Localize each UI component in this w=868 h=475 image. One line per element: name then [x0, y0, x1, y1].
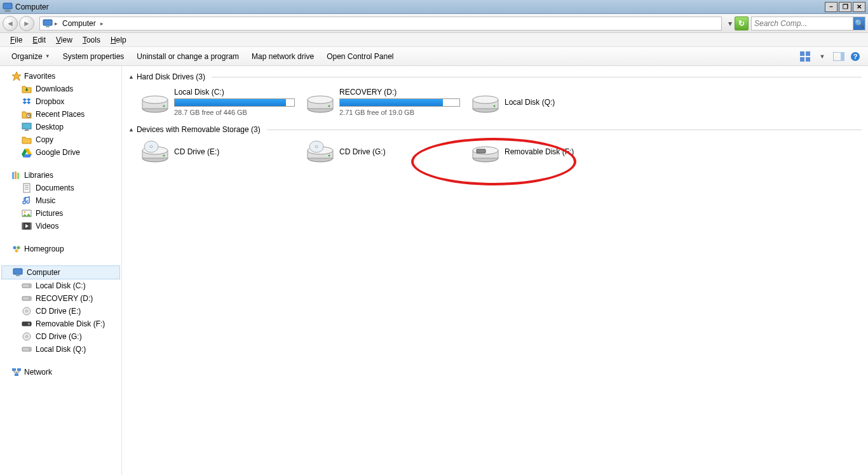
svg-rect-80 [477, 149, 485, 153]
breadcrumb-location[interactable]: Computer [60, 19, 98, 28]
sidebar-item-documents[interactable]: Documents [0, 182, 121, 194]
drive-local-q[interactable]: Local Disk (Q:) [469, 85, 628, 119]
network-header[interactable]: Network [0, 366, 121, 378]
svg-rect-3 [43, 20, 52, 25]
search-input[interactable] [752, 19, 853, 28]
svg-point-28 [24, 211, 26, 213]
drive-free-text: 2.71 GB free of 19.0 GB [339, 109, 460, 116]
svg-rect-6 [806, 51, 810, 56]
close-button[interactable]: ✕ [853, 2, 865, 12]
sidebar-item-google-drive[interactable]: Google Drive [0, 146, 121, 159]
address-bar[interactable]: ▸ Computer ▸ [39, 17, 722, 30]
computer-icon [13, 267, 23, 278]
svg-point-70 [163, 155, 165, 157]
drive-usage-bar [174, 98, 295, 107]
preview-pane-button[interactable] [831, 50, 846, 64]
sidebar-item-recovery-d[interactable]: RECOVERY (D:) [0, 292, 121, 305]
svg-point-69 [150, 145, 153, 147]
hdd-drives-row: Local Disk (C:) 28.7 GB free of 446 GB R… [128, 85, 862, 119]
svg-text:?: ? [853, 53, 858, 60]
change-view-button[interactable] [798, 50, 813, 64]
hdd-section-header[interactable]: ▲ Hard Disk Drives (3) [128, 72, 862, 81]
menu-view[interactable]: View [51, 34, 78, 46]
search-box[interactable]: 🔍 [751, 17, 865, 30]
favorites-header[interactable]: Favorites [0, 70, 121, 83]
drive-cd-g[interactable]: CD Drive (G:) [304, 138, 463, 166]
documents-icon [22, 183, 32, 193]
help-button[interactable]: ? [848, 50, 863, 64]
maximize-button[interactable]: ❐ [839, 2, 851, 12]
organize-button[interactable]: Organize▼ [5, 50, 57, 64]
sidebar-item-music[interactable]: Music [0, 194, 121, 207]
pictures-icon [22, 208, 32, 218]
svg-rect-4 [46, 26, 50, 27]
map-network-drive-button[interactable]: Map network drive [245, 50, 320, 64]
drive-icon [22, 281, 32, 291]
cd-drive-icon [141, 140, 169, 163]
minimize-button[interactable]: – [825, 2, 837, 12]
menu-file[interactable]: File [5, 34, 27, 46]
sidebar-item-local-disk-q[interactable]: Local Disk (Q:) [0, 343, 121, 356]
collapse-caret-icon: ▲ [128, 126, 134, 133]
svg-point-47 [26, 336, 28, 338]
computer-header[interactable]: Computer [1, 265, 120, 279]
change-view-dropdown[interactable]: ▼ [815, 50, 830, 64]
computer-group: Computer Local Disk (C:) RECOVERY (D:) C… [0, 265, 121, 356]
svg-point-59 [308, 96, 333, 104]
sidebar-item-copy[interactable]: Copy [0, 133, 121, 146]
libraries-header[interactable]: Libraries [0, 169, 121, 182]
svg-point-34 [17, 246, 20, 250]
sidebar-item-cd-drive-g[interactable]: CD Drive (G:) [0, 330, 121, 343]
refresh-button[interactable]: ↻ [735, 17, 749, 30]
uninstall-program-button[interactable]: Uninstall or change a program [130, 50, 245, 64]
svg-marker-13 [12, 72, 21, 81]
breadcrumb-dropdown-icon[interactable]: ▸ [98, 20, 105, 27]
cd-drive-icon [306, 140, 334, 163]
svg-point-33 [13, 246, 17, 250]
drive-icon [22, 293, 32, 304]
forward-button[interactable]: ► [19, 16, 34, 31]
command-bar: Organize▼ System properties Uninstall or… [0, 47, 868, 66]
svg-point-49 [29, 349, 30, 350]
cd-icon [22, 306, 32, 316]
back-button[interactable]: ◄ [3, 16, 18, 31]
videos-icon [22, 221, 32, 231]
sidebar-item-downloads[interactable]: Downloads [0, 83, 121, 95]
svg-point-56 [163, 105, 165, 107]
network-group: Network [0, 366, 121, 378]
sidebar-item-dropbox[interactable]: Dropbox [0, 95, 121, 108]
system-properties-button[interactable]: System properties [57, 50, 131, 64]
sidebar-item-videos[interactable]: Videos [0, 220, 121, 232]
recent-icon [22, 109, 32, 119]
menu-edit[interactable]: Edit [27, 34, 51, 46]
sidebar-item-recent-places[interactable]: Recent Places [0, 108, 121, 121]
sidebar-item-desktop[interactable]: Desktop [0, 121, 121, 133]
svg-rect-15 [22, 123, 31, 129]
menu-help[interactable]: Help [105, 34, 132, 46]
svg-rect-1 [6, 10, 10, 11]
sidebar-item-cd-drive-e[interactable]: CD Drive (E:) [0, 305, 121, 318]
sidebar-item-pictures[interactable]: Pictures [0, 207, 121, 220]
svg-rect-45 [28, 323, 30, 325]
drive-local-c[interactable]: Local Disk (C:) 28.7 GB free of 446 GB [139, 85, 297, 119]
svg-point-60 [329, 105, 330, 107]
svg-rect-51 [17, 368, 21, 371]
menu-tools[interactable]: Tools [78, 34, 105, 46]
drive-cd-e[interactable]: CD Drive (E:) [139, 138, 297, 166]
sidebar-item-local-disk-c[interactable]: Local Disk (C:) [0, 279, 121, 292]
svg-rect-0 [3, 3, 12, 9]
drive-recovery-d[interactable]: RECOVERY (D:) 2.71 GB free of 19.0 GB [304, 85, 463, 119]
drive-icon [22, 344, 32, 354]
breadcrumb-separator-icon: ▸ [53, 20, 60, 27]
removable-drives-row: CD Drive (E:) CD Drive (G:) Removable Di… [128, 138, 862, 166]
removable-section-header[interactable]: ▲ Devices with Removable Storage (3) [128, 125, 862, 134]
sidebar-item-removable-disk-f[interactable]: Removable Disk (F:) [0, 318, 121, 330]
svg-point-63 [473, 96, 498, 104]
address-history-dropdown[interactable]: ▾ [726, 19, 735, 28]
search-button[interactable]: 🔍 [853, 17, 865, 30]
svg-point-43 [26, 311, 28, 312]
homegroup-header[interactable]: Homegroup [0, 243, 121, 255]
drive-removable-f[interactable]: Removable Disk (F:) [469, 138, 628, 166]
open-control-panel-button[interactable]: Open Control Panel [320, 50, 400, 64]
chevron-down-icon: ▼ [45, 53, 50, 59]
